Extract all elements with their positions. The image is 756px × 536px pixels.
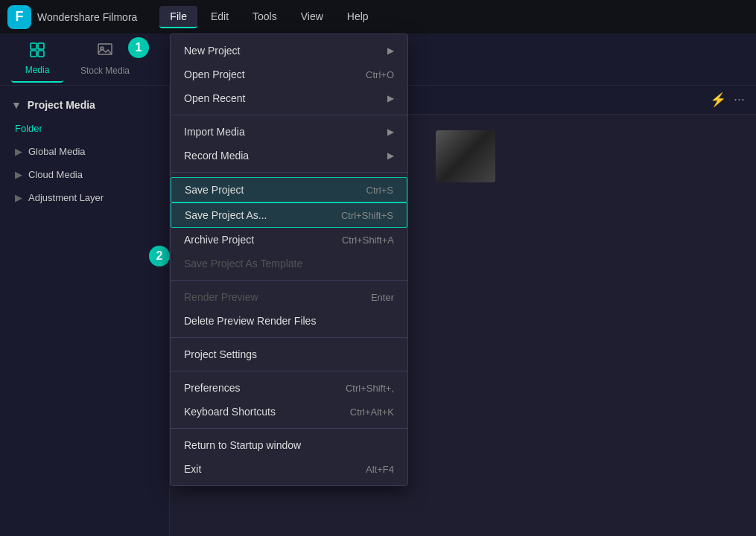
preferences-label: Preferences <box>184 382 240 394</box>
save-project-as-label: Save Project As... <box>185 209 267 221</box>
sidebar-item-cloud-media[interactable]: ▶ Cloud Media <box>0 163 169 186</box>
svg-rect-3 <box>38 51 44 57</box>
stock-media-icon <box>97 42 113 63</box>
tab-media-label: Media <box>25 65 50 75</box>
return-startup-label: Return to Startup window <box>184 439 301 451</box>
dropdown-section-4: Render Preview Enter Delete Preview Rend… <box>171 281 407 338</box>
badge-1: 1 <box>128 37 149 58</box>
keyboard-shortcuts-label: Keyboard Shortcuts <box>184 406 276 418</box>
dropdown-project-settings[interactable]: Project Settings <box>171 342 407 366</box>
tab-media[interactable]: Media <box>11 36 63 83</box>
dropdown-section-5: Project Settings <box>171 338 407 371</box>
cloud-media-arrow: ▶ <box>15 169 22 180</box>
dropdown-section-1: New Project ▶ Open Project Ctrl+O Open R… <box>171 34 407 115</box>
sidebar-folder[interactable]: Folder <box>0 117 169 140</box>
dropdown-section-6: Preferences Ctrl+Shift+, Keyboard Shortc… <box>171 371 407 429</box>
app-logo: F <box>7 5 31 29</box>
save-project-shortcut: Ctrl+S <box>366 185 393 196</box>
svg-rect-2 <box>31 51 36 57</box>
project-settings-label: Project Settings <box>184 348 257 360</box>
thumbnail-image <box>436 130 495 182</box>
sidebar-item-adjustment-layer[interactable]: ▶ Adjustment Layer <box>0 186 169 209</box>
badge-2: 2 <box>149 246 170 267</box>
dropdown-return-startup[interactable]: Return to Startup window <box>171 433 407 457</box>
dropdown-save-project-as[interactable]: Save Project As... Ctrl+Shift+S <box>171 202 407 228</box>
open-recent-label: Open Recent <box>184 92 246 104</box>
svg-rect-1 <box>38 43 44 49</box>
dropdown-import-media[interactable]: Import Media ▶ <box>171 120 407 144</box>
file-dropdown-menu: New Project ▶ Open Project Ctrl+O Open R… <box>170 34 408 486</box>
keyboard-shortcuts-shortcut: Ctrl+Alt+K <box>350 406 394 418</box>
svg-rect-0 <box>31 43 36 49</box>
delete-preview-label: Delete Preview Render Files <box>184 315 316 327</box>
sidebar-global-media-label: Global Media <box>28 146 86 157</box>
save-project-as-shortcut: Ctrl+Shift+S <box>341 210 393 221</box>
new-project-arrow: ▶ <box>387 45 394 56</box>
dropdown-save-project[interactable]: Save Project Ctrl+S <box>171 177 407 202</box>
dropdown-preferences[interactable]: Preferences Ctrl+Shift+, <box>171 376 407 400</box>
media-icon <box>29 42 45 62</box>
record-media-arrow: ▶ <box>387 150 394 161</box>
import-media-label: Import Media <box>184 126 245 138</box>
sidebar-title-label: Project Media <box>28 99 95 111</box>
open-recent-arrow: ▶ <box>387 93 394 103</box>
menu-file[interactable]: File <box>159 6 197 28</box>
menu-edit[interactable]: Edit <box>200 6 239 28</box>
import-media-arrow: ▶ <box>387 127 394 137</box>
dropdown-open-recent[interactable]: Open Recent ▶ <box>171 86 407 110</box>
sidebar: ▼ Project Media Folder ▶ Global Media ▶ … <box>0 86 170 536</box>
dropdown-archive-project[interactable]: Archive Project Ctrl+Shift+A <box>171 228 407 252</box>
save-project-label: Save Project <box>185 184 244 196</box>
menu-tools[interactable]: Tools <box>242 6 288 28</box>
preferences-shortcut: Ctrl+Shift+, <box>346 383 394 394</box>
dropdown-new-project[interactable]: New Project ▶ <box>171 39 407 63</box>
dropdown-keyboard-shortcuts[interactable]: Keyboard Shortcuts Ctrl+Alt+K <box>171 400 407 424</box>
search-icons: ⚡ ··· <box>710 92 745 108</box>
dropdown-section-2: Import Media ▶ Record Media ▶ <box>171 115 407 173</box>
dropdown-render-preview: Render Preview Enter <box>171 285 407 309</box>
menu-view[interactable]: View <box>290 6 334 28</box>
render-preview-label: Render Preview <box>184 291 258 303</box>
dropdown-section-3: Save Project Ctrl+S Save Project As... C… <box>171 173 407 281</box>
archive-project-shortcut: Ctrl+Shift+A <box>342 234 394 246</box>
dropdown-save-as-template: Save Project As Template <box>171 252 407 275</box>
save-as-template-label: Save Project As Template <box>184 258 302 269</box>
app-title: Wondershare Filmora <box>37 11 137 23</box>
new-project-label: New Project <box>184 45 240 57</box>
open-project-shortcut: Ctrl+O <box>366 69 394 80</box>
title-bar: F Wondershare Filmora File Edit Tools Vi… <box>0 0 756 34</box>
dropdown-exit[interactable]: Return to Startup window Exit Alt+F4 <box>171 457 407 481</box>
open-project-label: Open Project <box>184 68 245 80</box>
exit-text: Exit <box>184 463 201 475</box>
archive-project-label: Archive Project <box>184 234 254 246</box>
record-media-label: Record Media <box>184 150 249 162</box>
global-media-arrow: ▶ <box>15 146 22 157</box>
more-icon[interactable]: ··· <box>734 92 745 108</box>
filter-icon[interactable]: ⚡ <box>710 92 726 108</box>
tab-stock-label: Stock Media <box>80 66 130 76</box>
dropdown-record-media[interactable]: Record Media ▶ <box>171 144 407 168</box>
sidebar-adjustment-label: Adjustment Layer <box>28 192 104 203</box>
sidebar-arrow: ▼ <box>11 99 22 111</box>
sidebar-title: ▼ Project Media <box>0 93 169 117</box>
adjustment-layer-arrow: ▶ <box>15 192 22 203</box>
menu-help[interactable]: Help <box>337 6 379 28</box>
menu-bar: File Edit Tools View Help <box>159 6 378 28</box>
dropdown-section-7: Return to Startup window Return to Start… <box>171 429 407 485</box>
render-preview-shortcut: Enter <box>371 292 394 303</box>
sidebar-item-global-media[interactable]: ▶ Global Media <box>0 140 169 163</box>
media-thumbnail <box>436 130 495 182</box>
dropdown-open-project[interactable]: Open Project Ctrl+O <box>171 63 407 86</box>
exit-shortcut: Alt+F4 <box>366 464 394 475</box>
sidebar-cloud-media-label: Cloud Media <box>28 169 83 180</box>
dropdown-delete-preview[interactable]: Delete Preview Render Files <box>171 309 407 333</box>
